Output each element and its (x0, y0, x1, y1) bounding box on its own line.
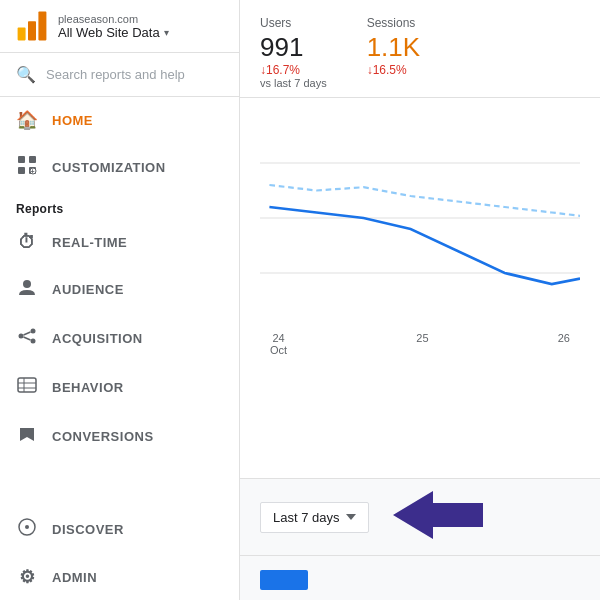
sessions-change: ↓16.5% (367, 63, 421, 77)
admin-icon: ⚙ (16, 566, 38, 588)
sidebar-item-customization[interactable]: + CUSTOMIZATION (0, 143, 239, 192)
realtime-icon: ⏱ (16, 232, 38, 253)
svg-marker-25 (393, 491, 483, 539)
svg-rect-4 (29, 156, 36, 163)
svg-rect-3 (18, 156, 25, 163)
sidebar-item-behavior[interactable]: BEHAVIOR (0, 363, 239, 412)
admin-label: ADMIN (52, 570, 97, 585)
site-name[interactable]: All Web Site Data ▾ (58, 25, 169, 40)
blue-action-button[interactable] (260, 570, 308, 590)
svg-point-9 (23, 280, 31, 288)
sessions-label: Sessions (367, 16, 421, 30)
sidebar-item-realtime[interactable]: ⏱ REAL-TIME (0, 220, 239, 265)
blue-button-row (240, 555, 600, 600)
svg-point-12 (31, 339, 36, 344)
discover-label: DISCOVER (52, 522, 124, 537)
audience-label: AUDIENCE (52, 282, 124, 297)
svg-rect-0 (18, 28, 26, 41)
sidebar-item-audience[interactable]: AUDIENCE (0, 265, 239, 314)
big-arrow (393, 491, 483, 543)
stats-row: Users 991 ↓16.7% vs last 7 days Sessions… (240, 0, 600, 97)
svg-line-13 (24, 332, 31, 335)
home-label: HOME (52, 113, 93, 128)
realtime-label: REAL-TIME (52, 235, 127, 250)
date-range-label: Last 7 days (273, 510, 340, 525)
sessions-stat: Sessions 1.1K ↓16.5% (367, 16, 421, 89)
svg-line-14 (24, 337, 31, 340)
svg-rect-1 (28, 21, 36, 40)
date-label-24: 24 Oct (270, 332, 287, 356)
sidebar-item-admin[interactable]: ⚙ ADMIN (0, 554, 239, 600)
sessions-value: 1.1K (367, 32, 421, 63)
customization-icon: + (16, 155, 38, 180)
main-content: Users 991 ↓16.7% vs last 7 days Sessions… (240, 0, 600, 600)
sidebar-item-home[interactable]: 🏠 HOME (0, 97, 239, 143)
chart-area: 24 Oct 25 26 (240, 97, 600, 478)
logo-icon (16, 10, 48, 42)
behavior-icon (16, 375, 38, 400)
pointer-arrow-icon (393, 491, 483, 539)
reports-section-label: Reports (0, 192, 239, 220)
date-label-25: 25 (416, 332, 428, 356)
sidebar: pleaseason.com All Web Site Data ▾ 🔍 Sea… (0, 0, 240, 600)
chart-x-labels: 24 Oct 25 26 (260, 332, 580, 356)
svg-rect-15 (18, 378, 36, 392)
home-icon: 🏠 (16, 109, 38, 131)
acquisition-icon (16, 326, 38, 351)
customization-label: CUSTOMIZATION (52, 160, 166, 175)
users-label: Users (260, 16, 327, 30)
audience-icon (16, 277, 38, 302)
sidebar-item-acquisition[interactable]: ACQUISITION (0, 314, 239, 363)
search-bar[interactable]: 🔍 Search reports and help (0, 53, 239, 97)
users-value: 991 (260, 32, 327, 63)
search-icon: 🔍 (16, 65, 36, 84)
discover-icon (16, 517, 38, 542)
svg-point-10 (19, 334, 24, 339)
svg-point-11 (31, 329, 36, 334)
bottom-section: Last 7 days (240, 478, 600, 555)
date-range-button[interactable]: Last 7 days (260, 502, 369, 533)
sidebar-item-conversions[interactable]: CONVERSIONS (0, 412, 239, 461)
users-change: ↓16.7% (260, 63, 327, 77)
conversions-icon (16, 424, 38, 449)
line-chart (260, 108, 580, 328)
sidebar-item-discover[interactable]: DISCOVER (0, 505, 239, 554)
svg-marker-19 (20, 428, 34, 441)
site-info: pleaseason.com All Web Site Data ▾ (58, 13, 169, 40)
date-label-26: 26 (558, 332, 570, 356)
svg-point-21 (25, 525, 29, 529)
search-placeholder: Search reports and help (46, 67, 185, 82)
date-range-dropdown-icon (346, 514, 356, 520)
conversions-label: CONVERSIONS (52, 429, 154, 444)
users-compare: vs last 7 days (260, 77, 327, 89)
users-stat: Users 991 ↓16.7% vs last 7 days (260, 16, 327, 89)
svg-rect-2 (38, 12, 46, 41)
acquisition-label: ACQUISITION (52, 331, 143, 346)
sidebar-header: pleaseason.com All Web Site Data ▾ (0, 0, 239, 53)
svg-text:+: + (31, 168, 36, 175)
behavior-label: BEHAVIOR (52, 380, 124, 395)
site-dropdown-arrow: ▾ (164, 27, 169, 38)
svg-rect-5 (18, 167, 25, 174)
site-domain: pleaseason.com (58, 13, 169, 25)
